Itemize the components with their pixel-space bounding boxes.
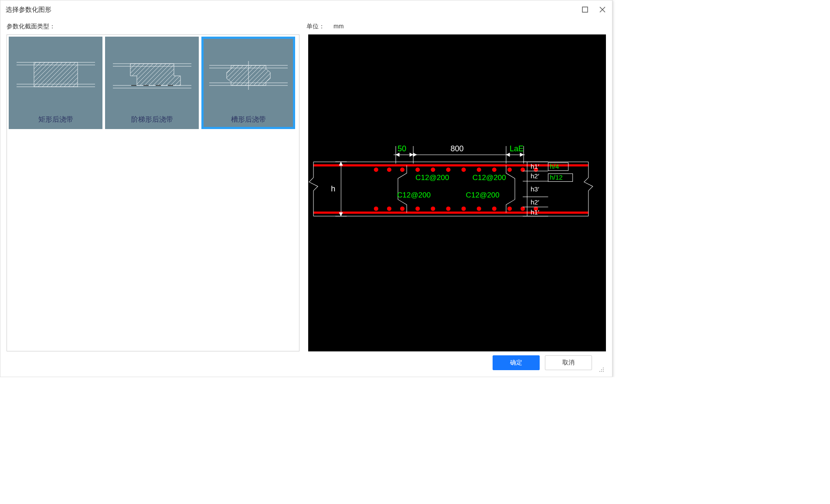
section-option-label: 阶梯形后浇带 bbox=[105, 110, 199, 129]
dim-h1a: h1′ bbox=[531, 163, 539, 170]
svg-point-56 bbox=[520, 207, 525, 211]
rebar-spec-br: C12@200 bbox=[466, 191, 500, 199]
svg-point-75 bbox=[603, 371, 604, 372]
svg-point-51 bbox=[446, 207, 450, 211]
unit-label: 单位： bbox=[306, 23, 325, 31]
svg-point-54 bbox=[492, 207, 497, 211]
section-option-step[interactable]: 阶梯形后浇带 bbox=[105, 37, 199, 129]
svg-point-39 bbox=[446, 167, 450, 172]
section-option-preview bbox=[105, 37, 199, 110]
svg-point-36 bbox=[400, 167, 405, 172]
svg-point-35 bbox=[387, 167, 391, 172]
svg-point-46 bbox=[374, 207, 378, 211]
svg-point-47 bbox=[387, 207, 391, 211]
dialog-footer: 确定 取消 bbox=[7, 351, 606, 374]
svg-point-43 bbox=[507, 167, 512, 172]
dim-h1b: h1′ bbox=[531, 208, 539, 216]
window-controls bbox=[581, 5, 607, 14]
section-option-groove[interactable]: 槽形后浇带 bbox=[201, 37, 295, 129]
maximize-button[interactable] bbox=[581, 5, 589, 14]
resize-grip-icon[interactable] bbox=[597, 365, 604, 372]
dim-left-text: 50 bbox=[398, 144, 406, 153]
parametric-shape-dialog: 选择参数化图形 参数化截面类型： 单位： mm bbox=[0, 0, 612, 377]
svg-point-71 bbox=[601, 369, 602, 370]
dialog-body: 参数化截面类型： 单位： mm bbox=[0, 19, 612, 377]
svg-point-70 bbox=[603, 368, 604, 368]
param-h12[interactable]: h/12 bbox=[550, 174, 562, 181]
param-h4[interactable]: h/4 bbox=[550, 163, 559, 170]
cancel-button[interactable]: 取消 bbox=[545, 355, 592, 370]
svg-rect-9 bbox=[34, 62, 78, 87]
svg-point-38 bbox=[431, 167, 435, 172]
section-type-label: 参数化截面类型： bbox=[7, 23, 306, 31]
dim-right-text: LaE bbox=[510, 144, 524, 153]
titlebar: 选择参数化图形 bbox=[0, 0, 612, 19]
rebar-spec-bl: C12@200 bbox=[397, 191, 431, 199]
ok-button[interactable]: 确定 bbox=[493, 355, 540, 370]
svg-point-40 bbox=[462, 167, 466, 172]
dim-h2b: h2′ bbox=[531, 198, 539, 206]
section-option-label: 槽形后浇带 bbox=[201, 110, 295, 129]
svg-point-41 bbox=[477, 167, 481, 172]
unit-label-group: 单位： mm bbox=[306, 23, 606, 31]
svg-point-53 bbox=[477, 207, 481, 211]
unit-value: mm bbox=[333, 23, 344, 31]
section-option-preview bbox=[9, 37, 102, 110]
dialog-title: 选择参数化图形 bbox=[6, 6, 51, 14]
svg-point-74 bbox=[601, 371, 602, 372]
svg-point-49 bbox=[415, 207, 420, 211]
dim-h3: h3′ bbox=[531, 185, 539, 193]
svg-point-52 bbox=[462, 207, 466, 211]
svg-point-50 bbox=[431, 207, 435, 211]
dim-h-label: h bbox=[331, 184, 335, 193]
svg-point-73 bbox=[599, 371, 600, 372]
svg-point-48 bbox=[400, 207, 405, 211]
dim-h2a: h2′ bbox=[531, 172, 539, 180]
dim-mid-text: 800 bbox=[450, 144, 463, 153]
section-option-preview bbox=[201, 37, 295, 110]
section-options-panel: 矩形后浇带 bbox=[7, 34, 299, 351]
svg-point-55 bbox=[507, 207, 512, 211]
svg-point-42 bbox=[492, 167, 497, 172]
top-labels: 参数化截面类型： 单位： mm bbox=[7, 19, 606, 34]
svg-point-34 bbox=[374, 167, 378, 172]
svg-point-37 bbox=[415, 167, 420, 172]
preview-panel[interactable]: 50 800 LaE bbox=[308, 34, 606, 351]
section-option-label: 矩形后浇带 bbox=[9, 110, 102, 129]
section-option-rect[interactable]: 矩形后浇带 bbox=[9, 37, 102, 129]
rebar-spec-tr: C12@200 bbox=[473, 174, 506, 182]
rebar-spec-tl: C12@200 bbox=[415, 174, 449, 182]
svg-rect-0 bbox=[582, 7, 588, 12]
svg-point-72 bbox=[603, 369, 604, 370]
content-area: 矩形后浇带 bbox=[7, 34, 606, 351]
close-button[interactable] bbox=[598, 5, 607, 14]
